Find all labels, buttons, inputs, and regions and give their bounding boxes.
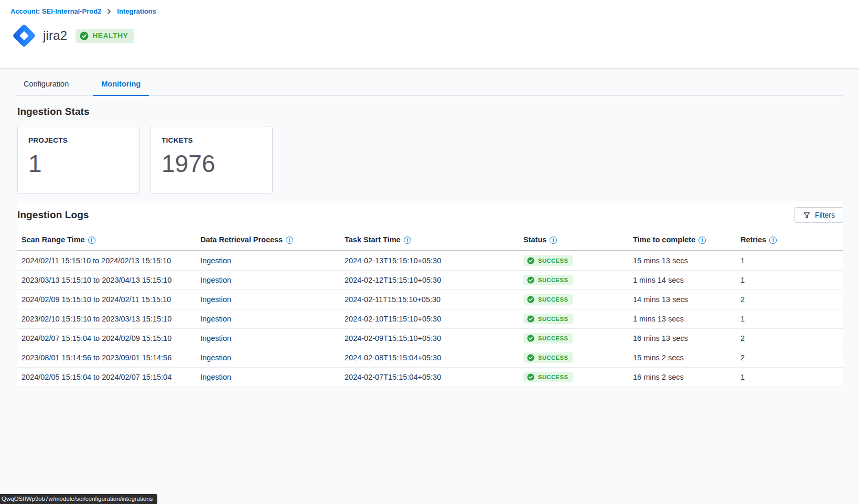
retries-cell: 2: [736, 329, 843, 348]
integration-title-row: jira2 HEALTHY: [10, 22, 859, 49]
scan-range-cell: 2024/02/09 15:15:10 to 2024/02/11 15:15:…: [17, 290, 196, 309]
column-header-status[interactable]: Statusi: [519, 230, 629, 251]
success-check-icon: [527, 257, 534, 264]
health-status-badge: HEALTHY: [76, 29, 134, 43]
table-row[interactable]: 2024/02/09 15:15:10 to 2024/02/11 15:15:…: [17, 290, 843, 309]
success-check-icon: [527, 373, 534, 381]
ingestion-stats-title: Ingestion Stats: [17, 106, 859, 117]
time-to-complete-cell: 16 mins 2 secs: [629, 368, 736, 387]
success-check-icon: [527, 296, 534, 303]
column-header-scan-range-time[interactable]: Scan Range Timei: [17, 230, 196, 251]
table-row[interactable]: 2023/03/13 15:15:10 to 2023/04/13 15:15:…: [17, 271, 843, 290]
table-row[interactable]: 2023/02/10 15:15:10 to 2023/03/13 15:15:…: [17, 309, 843, 329]
tickets-stat-label: TICKETS: [162, 136, 262, 144]
status-cell: SUCCESS: [519, 329, 629, 348]
healthy-check-icon: [80, 31, 89, 40]
status-cell: SUCCESS: [519, 290, 629, 309]
info-icon[interactable]: i: [699, 237, 706, 244]
ingestion-logs-title: Ingestion Logs: [17, 209, 89, 221]
scan-range-cell: 2023/08/01 15:14:56 to 2023/09/01 15:14:…: [17, 348, 196, 368]
projects-stat-card: PROJECTS 1: [17, 126, 139, 194]
scan-range-cell: 2023/02/10 15:15:10 to 2023/03/13 15:15:…: [17, 309, 196, 329]
success-check-icon: [527, 315, 534, 323]
scan-range-cell: 2024/02/05 15:15:04 to 2024/02/07 15:15:…: [17, 368, 196, 387]
status-cell: SUCCESS: [519, 348, 629, 368]
filters-button[interactable]: Filters: [794, 207, 843, 223]
process-cell: Ingestion: [196, 251, 340, 271]
status-badge-label: SUCCESS: [538, 258, 568, 264]
status-badge: SUCCESS: [523, 314, 573, 324]
tickets-stat-card: TICKETS 1976: [151, 126, 273, 194]
column-header-time-to-complete[interactable]: Time to completei: [629, 230, 736, 251]
info-icon[interactable]: i: [286, 237, 293, 244]
tab-monitoring[interactable]: Monitoring: [93, 73, 149, 96]
status-badge: SUCCESS: [523, 275, 573, 285]
retries-cell: 1: [736, 368, 843, 387]
status-badge-label: SUCCESS: [538, 296, 568, 303]
ingestion-logs-table: Scan Range Timei Data Retrieval Processi…: [17, 230, 843, 387]
column-header-task-start-time[interactable]: Task Start Timei: [340, 230, 519, 251]
process-cell: Ingestion: [196, 271, 340, 290]
breadcrumb-integrations-link[interactable]: Integrations: [117, 7, 156, 15]
success-check-icon: [527, 335, 534, 342]
status-cell: SUCCESS: [519, 309, 629, 329]
column-header-retries[interactable]: Retriesi: [736, 230, 843, 251]
table-row[interactable]: 2023/08/01 15:14:56 to 2023/09/01 15:14:…: [17, 348, 843, 368]
process-cell: Ingestion: [196, 290, 340, 309]
status-badge: SUCCESS: [523, 352, 573, 363]
content-area: Configuration Monitoring Ingestion Stats…: [0, 69, 859, 504]
status-bar-link-preview: QwqOSIIWp9ob7w/module/sei/configuration/…: [0, 494, 157, 504]
time-to-complete-cell: 1 mins 13 secs: [629, 309, 736, 329]
retries-cell: 1: [736, 309, 843, 329]
status-cell: SUCCESS: [519, 251, 629, 271]
breadcrumb-account-link[interactable]: Account: SEI-Internal-Prod2: [10, 7, 101, 15]
success-check-icon: [527, 354, 534, 361]
jira-logo-icon: [10, 22, 38, 49]
task-start-cell: 2024-02-09T15:15:10+05:30: [340, 329, 519, 348]
status-badge-label: SUCCESS: [538, 316, 568, 322]
column-header-data-retrieval-process[interactable]: Data Retrieval Processi: [196, 230, 340, 251]
health-badge-label: HEALTHY: [92, 31, 128, 40]
task-start-cell: 2024-02-07T15:15:04+05:30: [340, 368, 519, 387]
process-cell: Ingestion: [196, 368, 340, 387]
process-cell: Ingestion: [196, 348, 340, 368]
time-to-complete-cell: 14 mins 13 secs: [629, 290, 736, 309]
time-to-complete-cell: 16 mins 13 secs: [629, 329, 736, 348]
task-start-cell: 2024-02-11T15:15:10+05:30: [340, 290, 519, 309]
projects-stat-label: PROJECTS: [28, 136, 128, 144]
task-start-cell: 2024-02-13T15:15:10+05:30: [340, 251, 519, 271]
chevron-right-icon: [106, 9, 112, 14]
table-row[interactable]: 2024/02/11 15:15:10 to 2024/02/13 15:15:…: [17, 251, 843, 271]
table-row[interactable]: 2024/02/05 15:15:04 to 2024/02/07 15:15:…: [17, 368, 843, 387]
status-badge-label: SUCCESS: [538, 374, 568, 380]
tab-configuration[interactable]: Configuration: [15, 73, 77, 96]
projects-stat-value: 1: [28, 151, 128, 177]
time-to-complete-cell: 15 mins 2 secs: [629, 348, 736, 368]
filters-button-label: Filters: [815, 211, 835, 219]
status-cell: SUCCESS: [519, 368, 629, 387]
tickets-stat-value: 1976: [162, 151, 262, 177]
scan-range-cell: 2024/02/11 15:15:10 to 2024/02/13 15:15:…: [17, 251, 196, 271]
scan-range-cell: 2024/02/07 15:15:04 to 2024/02/09 15:15:…: [17, 329, 196, 348]
status-badge: SUCCESS: [523, 255, 573, 266]
status-badge: SUCCESS: [523, 333, 573, 344]
task-start-cell: 2024-02-12T15:15:10+05:30: [340, 271, 519, 290]
status-badge-label: SUCCESS: [538, 335, 568, 341]
info-icon[interactable]: i: [769, 237, 777, 244]
table-header: Scan Range Timei Data Retrieval Processi…: [17, 230, 843, 251]
info-icon[interactable]: i: [88, 237, 95, 244]
scan-range-cell: 2023/03/13 15:15:10 to 2023/04/13 15:15:…: [17, 271, 196, 290]
table-row[interactable]: 2024/02/07 15:15:04 to 2024/02/09 15:15:…: [17, 329, 843, 348]
info-icon[interactable]: i: [550, 237, 557, 244]
task-start-cell: 2024-02-10T15:15:10+05:30: [340, 309, 519, 329]
time-to-complete-cell: 1 mins 14 secs: [629, 271, 736, 290]
status-badge-label: SUCCESS: [538, 355, 568, 361]
status-cell: SUCCESS: [519, 271, 629, 290]
status-badge: SUCCESS: [523, 372, 573, 382]
retries-cell: 2: [736, 290, 843, 309]
ingestion-logs-header-row: Ingestion Logs Filters: [17, 201, 843, 230]
info-icon[interactable]: i: [404, 237, 411, 244]
status-badge: SUCCESS: [523, 294, 573, 305]
process-cell: Ingestion: [196, 309, 340, 329]
success-check-icon: [527, 276, 534, 284]
